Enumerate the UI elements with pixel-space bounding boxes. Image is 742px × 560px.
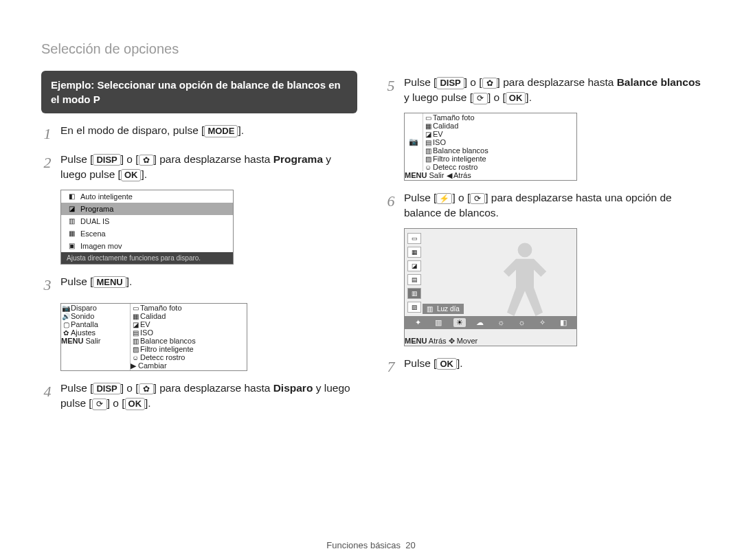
wb-measure-icon: ◧: [557, 318, 570, 327]
list-item: ✿Ajustes: [61, 328, 130, 337]
wb-icon: ▥: [423, 147, 433, 155]
list-item: ▭Tamaño foto: [131, 304, 247, 312]
step-text: ] para desplazarse hasta: [154, 153, 273, 165]
wb-fluor-h-icon: ☼: [495, 318, 507, 327]
list-item: ▢Pantalla: [61, 320, 130, 328]
filter-icon: ▨: [131, 346, 140, 353]
wb-icon: ▥: [131, 337, 140, 345]
menu-footer: MENU Atrás ✥ Mover: [405, 337, 576, 346]
macro-icon: ✿: [139, 383, 154, 394]
wb-auto-icon: ✦: [412, 318, 424, 327]
step-number: 4: [41, 381, 54, 403]
size-icon: ▭: [423, 114, 433, 122]
list-item: ◪EV: [131, 320, 247, 328]
step-text: ].: [145, 397, 151, 409]
main-menu-screenshot: 📷Disparo 🔊Sonido ▢Pantalla ✿Ajustes MENU…: [60, 303, 247, 371]
hint-bar: Ajusta directamente funciones para dispa…: [61, 252, 233, 264]
list-item-selected: ▥Balance blancos: [423, 146, 576, 155]
sidebar-icons: ▭ ▦ ◪ ▤ ▥ ▨: [407, 233, 421, 313]
wb-options-bar: ✦ ▥ ☀ ☁ ☼ ☼ ✧ ◧: [405, 316, 576, 329]
size-icon: ▭: [131, 304, 140, 312]
wb-custom-icon: ▥: [432, 318, 445, 327]
camera-tab-icon: 📷: [405, 113, 423, 171]
ok-button-label: OK: [121, 169, 142, 181]
flash-icon: ⚡: [436, 193, 452, 204]
step-5: 5 Pulse [DISP] o [✿] para desplazarse ha…: [385, 75, 701, 106]
list-item: ▨Filtro inteligente: [131, 345, 247, 353]
page-header: Selección de opciones: [41, 41, 701, 57]
scene-icon: ▦: [67, 229, 76, 237]
timer-icon: ⟳: [470, 193, 485, 204]
step-text: ] o [: [121, 153, 139, 165]
face-icon: ☺: [423, 164, 433, 171]
step-text: ] o [: [488, 91, 506, 103]
step-4: 4 Pulse [DISP] o [✿] para desplazarse ha…: [41, 381, 357, 412]
dualis-icon: ▥: [67, 217, 76, 225]
step-text: ] o [: [452, 192, 470, 203]
list-item: ▥Balance blancos: [131, 337, 247, 345]
step-number: 1: [41, 123, 54, 145]
programa-word: Programa: [273, 153, 323, 165]
step-number: 3: [41, 274, 54, 296]
iso-icon: ▤: [423, 139, 433, 146]
wb-fluor-l-icon: ☼: [515, 318, 528, 327]
quality-icon: ▦: [423, 122, 433, 130]
list-item-selected: 📷Disparo: [61, 304, 130, 312]
step-1: 1 En el modo de disparo, pulse [MODE].: [41, 123, 357, 145]
wb-icon: ▥: [427, 305, 433, 313]
menu-key: MENU: [405, 337, 427, 345]
program-icon: ◪: [67, 205, 76, 212]
step-text: ].: [238, 124, 244, 136]
list-item: ☺Detecc rostro: [423, 163, 576, 171]
list-item: ▦Escena: [61, 227, 233, 240]
list-item-selected: ◪Programa: [61, 203, 233, 215]
person-silhouette: [494, 236, 556, 325]
timer-icon: ⟳: [92, 399, 107, 410]
mode-button-label: MODE: [204, 125, 238, 137]
step-3: 3 Pulse [MENU].: [41, 274, 357, 296]
wb-cloudy-icon: ☁: [474, 318, 486, 327]
list-item: ☺Detecc rostro: [131, 353, 247, 361]
step-text: ] o [: [464, 76, 482, 88]
step-6: 6 Pulse [⚡] o [⟳] para desplazarse hasta…: [385, 190, 701, 221]
list-item: ▦Calidad: [423, 122, 576, 130]
left-column: Ejemplo: Seleccionar una opción de balan…: [41, 71, 357, 418]
step-text: Pulse [: [60, 276, 93, 287]
list-item: ▤ISO: [131, 328, 247, 337]
step-text: ].: [126, 276, 133, 287]
step-text: ].: [457, 357, 463, 369]
step-text: ] para desplazarse hasta: [154, 382, 273, 394]
sound-icon: 🔊: [61, 313, 71, 320]
disparo-menu-screenshot: 📷 ▭Tamaño foto ▦Calidad ◪EV ▤ISO ▥Balanc…: [404, 113, 577, 181]
ok-button-label: OK: [506, 92, 526, 104]
list-item: ◪EV: [423, 130, 576, 138]
step-number: 7: [385, 356, 397, 378]
menu-footer: MENU Salir ◀ Atrás: [405, 171, 576, 180]
quality-icon: ▦: [407, 247, 421, 258]
iso-icon: ▤: [407, 274, 421, 285]
filter-icon: ▨: [423, 155, 433, 163]
list-item: ▣Imagen mov: [61, 240, 233, 252]
list-item: ▤ISO: [423, 138, 576, 146]
video-icon: ▣: [67, 242, 76, 249]
wb-daylight-icon: ☀: [453, 318, 466, 327]
menu-footer: ▶ Cambiar: [131, 361, 247, 370]
step-7: 7 Pulse [OK].: [385, 356, 701, 378]
step-text: En el modo de disparo, pulse [: [60, 124, 204, 136]
auto-icon: ◧: [67, 192, 76, 200]
macro-icon: ✿: [139, 155, 154, 166]
disp-button-label: DISP: [93, 154, 120, 166]
ok-button-label: OK: [125, 398, 146, 410]
list-item: 🔊Sonido: [61, 312, 130, 320]
step-text: Pulse [: [60, 382, 93, 394]
list-item: ▦Calidad: [131, 312, 247, 320]
wb-screenshot: ▭ ▦ ◪ ▤ ▥ ▨ ▥ Luz día ✦ ▥ ☀: [404, 228, 577, 346]
disp-button-label: DISP: [436, 77, 464, 89]
step-text: ].: [526, 91, 532, 103]
wb-selected-label: ▥ Luz día: [423, 304, 464, 314]
page-footer: Funciones básicas 20: [0, 540, 742, 550]
list-item: ▨Filtro inteligente: [423, 155, 576, 163]
right-column: 5 Pulse [DISP] o [✿] para desplazarse ha…: [385, 71, 701, 418]
macro-icon: ✿: [482, 78, 497, 89]
step-text: ] o [: [121, 382, 139, 394]
